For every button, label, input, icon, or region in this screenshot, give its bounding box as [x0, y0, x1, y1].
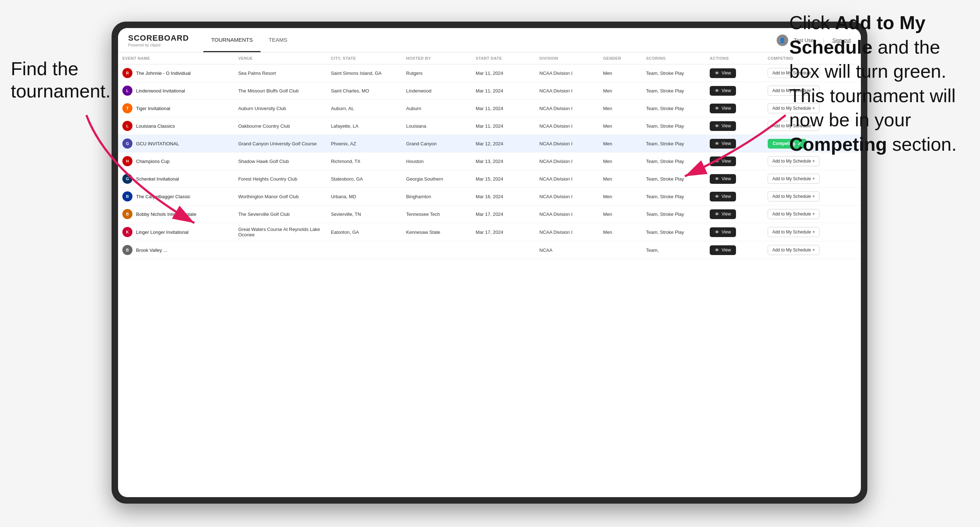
date-cell	[471, 241, 535, 259]
competing-cell: Add to My Schedule +	[763, 223, 861, 241]
scoring-cell: Team, Stroke Play	[642, 188, 705, 205]
division-cell: NCAA Division I	[535, 188, 599, 205]
table-row: B Bobby Nichols Intercollegiate The Sevi…	[118, 205, 861, 223]
add-label: Add to My Schedule	[772, 230, 811, 235]
add-to-schedule-button[interactable]: Add to My Schedule +	[768, 156, 819, 166]
city-cell: Saint Charles, MO	[326, 82, 402, 100]
view-button[interactable]: 👁 View	[710, 121, 736, 131]
view-button[interactable]: 👁 View	[710, 103, 736, 113]
event-cell-6: H Champions Cup	[118, 152, 234, 170]
city-cell: Saint Simons Island, GA	[326, 64, 402, 82]
gender-cell: Men	[599, 117, 642, 135]
venue-cell: Worthington Manor Golf Club	[234, 188, 327, 205]
eye-icon: 👁	[715, 141, 719, 146]
hosted-cell	[402, 241, 471, 259]
event-name: Champions Cup	[136, 159, 170, 164]
event-name: Schenkel Invitational	[136, 176, 179, 182]
event-name: The Johnnie - O Individual	[136, 70, 191, 76]
tournament-table-container[interactable]: EVENT NAME VENUE CITY, STATE HOSTED BY S…	[118, 52, 861, 497]
plus-icon: +	[812, 211, 815, 217]
venue-cell: Sea Palms Resort	[234, 64, 327, 82]
view-button[interactable]: 👁 View	[710, 86, 736, 96]
view-button[interactable]: 👁 View	[710, 227, 736, 237]
logo-area: SCOREBOARD Powered by clippd	[128, 33, 189, 47]
view-button[interactable]: 👁 View	[710, 192, 736, 202]
team-logo: K	[123, 227, 132, 237]
team-logo: B	[123, 245, 132, 255]
team-logo: B	[123, 209, 132, 219]
add-label: Add to My Schedule	[772, 248, 811, 252]
city-cell: Auburn, AL	[326, 100, 402, 117]
eye-icon: 👁	[715, 106, 719, 111]
event-name: Tiger Invitational	[136, 106, 170, 111]
tab-teams[interactable]: TEAMS	[261, 28, 295, 52]
venue-cell: Grand Canyon University Golf Course	[234, 135, 327, 152]
team-logo: T	[123, 103, 132, 113]
plus-icon: +	[812, 159, 815, 163]
actions-cell: 👁 View	[705, 117, 763, 135]
actions-cell: 👁 View	[705, 223, 763, 241]
team-logo: L	[123, 121, 132, 131]
actions-cell: 👁 View	[705, 82, 763, 100]
venue-cell: Oakbourne Country Club	[234, 117, 327, 135]
event-cell-1: R The Johnnie - O Individual	[118, 64, 234, 82]
scoring-cell: Team, Stroke Play	[642, 100, 705, 117]
add-to-schedule-button[interactable]: Add to My Schedule +	[768, 174, 819, 184]
view-button[interactable]: 👁 View	[710, 174, 736, 184]
venue-cell	[234, 241, 327, 259]
actions-cell: 👁 View	[705, 205, 763, 223]
gender-cell: Men	[599, 135, 642, 152]
date-cell: Mar 11, 2024	[471, 82, 535, 100]
scoring-cell: Team, Stroke Play	[642, 205, 705, 223]
view-button[interactable]: 👁 View	[710, 157, 736, 166]
date-cell: Mar 11, 2024	[471, 64, 535, 82]
add-to-schedule-button[interactable]: Add to My Schedule +	[768, 191, 819, 202]
add-to-schedule-button[interactable]: Add to My Schedule +	[768, 245, 819, 255]
view-button[interactable]: 👁 View	[710, 210, 736, 219]
event-name: Louisiana Classics	[136, 124, 175, 129]
col-header-date: START DATE	[471, 52, 535, 64]
event-cell-8: B The Carpetbagger Classic	[118, 188, 234, 205]
add-to-schedule-button[interactable]: Add to My Schedule +	[768, 209, 819, 219]
date-cell: Mar 12, 2024	[471, 135, 535, 152]
eye-icon: 👁	[715, 248, 719, 253]
venue-cell: Shadow Hawk Golf Club	[234, 152, 327, 170]
eye-icon: 👁	[715, 159, 719, 164]
col-header-venue: VENUE	[234, 52, 327, 64]
logo-sub: Powered by clippd	[128, 43, 189, 47]
actions-cell: 👁 View	[705, 170, 763, 188]
view-button[interactable]: 👁 View	[710, 139, 736, 149]
actions-cell: 👁 View	[705, 135, 763, 152]
view-button[interactable]: 👁 View	[710, 68, 736, 78]
plus-icon: +	[812, 176, 815, 181]
eye-icon: 👁	[715, 211, 719, 217]
plus-icon: +	[812, 230, 815, 235]
venue-cell: The Sevierville Golf Club	[234, 205, 327, 223]
hosted-cell: Auburn	[402, 100, 471, 117]
division-cell: NCAA Division I	[535, 152, 599, 170]
scoring-cell: Team, Stroke Play	[642, 82, 705, 100]
division-cell: NCAA Division I	[535, 100, 599, 117]
gender-cell: Men	[599, 205, 642, 223]
app-header: SCOREBOARD Powered by clippd TOURNAMENTS…	[118, 28, 861, 52]
hosted-cell: Rutgers	[402, 64, 471, 82]
division-cell: NCAA Division I	[535, 170, 599, 188]
actions-cell: 👁 View	[705, 152, 763, 170]
city-cell	[326, 241, 402, 259]
city-cell: Sevierville, TN	[326, 205, 402, 223]
table-row: R The Johnnie - O Individual Sea Palms R…	[118, 64, 861, 82]
event-cell-2: L Lindenwood Invitational	[118, 82, 234, 100]
view-button[interactable]: 👁 View	[710, 245, 736, 255]
city-cell: Phoenix, AZ	[326, 135, 402, 152]
gender-cell: Men	[599, 82, 642, 100]
event-cell-7: G Schenkel Invitational	[118, 170, 234, 188]
add-to-schedule-button[interactable]: Add to My Schedule +	[768, 227, 819, 237]
gender-cell: Men	[599, 152, 642, 170]
date-cell: Mar 13, 2024	[471, 152, 535, 170]
user-avatar: 👤	[777, 35, 788, 46]
tab-tournaments[interactable]: TOURNAMENTS	[203, 28, 261, 52]
table-row: G GCU INVITATIONAL Grand Canyon Universi…	[118, 135, 861, 152]
division-cell: NCAA Division I	[535, 64, 599, 82]
add-label: Add to My Schedule	[772, 176, 811, 181]
division-cell: NCAA	[535, 241, 599, 259]
